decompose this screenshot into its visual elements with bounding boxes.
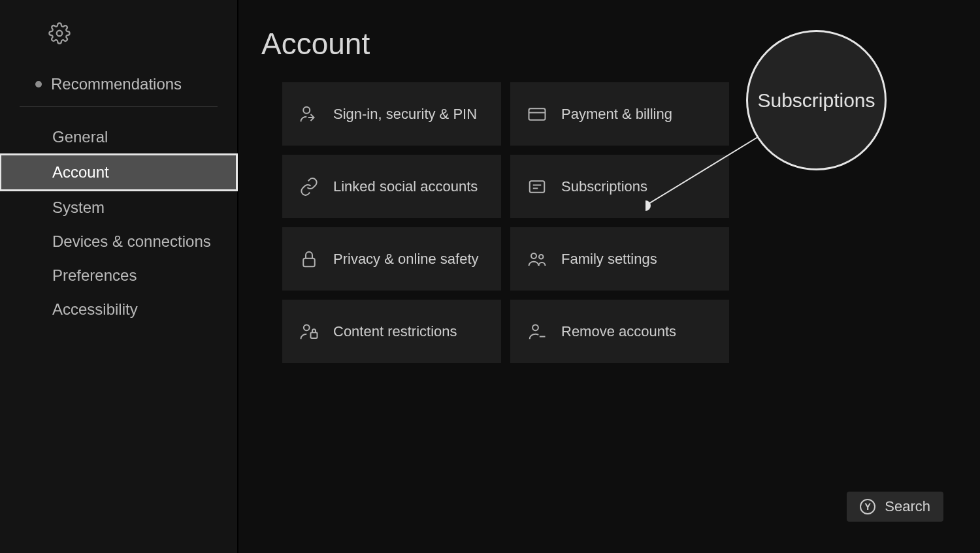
recommendations-label: Recommendations xyxy=(51,75,182,93)
sidebar-nav-list: General Account System Devices & connect… xyxy=(0,120,237,326)
sidebar: Recommendations General Account System D… xyxy=(0,0,238,553)
search-button[interactable]: Y Search xyxy=(847,492,943,522)
page-title: Account xyxy=(261,26,980,61)
person-arrow-icon xyxy=(299,104,319,124)
tile-label: Sign-in, security & PIN xyxy=(333,106,477,123)
link-icon xyxy=(299,177,319,197)
tile-label: Payment & billing xyxy=(561,106,672,123)
sidebar-item-label: Account xyxy=(52,163,109,182)
subscription-icon xyxy=(527,177,547,197)
sidebar-item-label: Devices & connections xyxy=(52,232,211,251)
settings-gear-row[interactable] xyxy=(0,0,237,69)
sidebar-item-devices[interactable]: Devices & connections xyxy=(0,225,237,259)
svg-point-10 xyxy=(304,324,310,330)
sidebar-item-accessibility[interactable]: Accessibility xyxy=(0,292,237,326)
sidebar-item-account[interactable]: Account xyxy=(0,154,237,191)
svg-line-14 xyxy=(645,134,763,206)
person-minus-icon xyxy=(527,322,547,341)
svg-point-15 xyxy=(645,200,651,211)
sidebar-item-label: System xyxy=(52,198,105,217)
tile-linked[interactable]: Linked social accounts xyxy=(282,155,501,218)
sidebar-item-preferences[interactable]: Preferences xyxy=(0,259,237,292)
tile-label: Subscriptions xyxy=(561,178,647,195)
sidebar-item-label: General xyxy=(52,128,108,146)
people-icon xyxy=(527,249,547,269)
gear-icon xyxy=(48,22,71,47)
zoom-label: Subscriptions xyxy=(757,89,875,112)
tile-label: Remove accounts xyxy=(561,323,676,340)
tile-label: Privacy & online safety xyxy=(333,251,479,268)
svg-rect-4 xyxy=(530,181,545,193)
svg-rect-11 xyxy=(311,332,318,338)
svg-point-12 xyxy=(532,324,538,330)
sidebar-item-label: Accessibility xyxy=(52,300,138,319)
tile-signin[interactable]: Sign-in, security & PIN xyxy=(282,82,501,146)
person-lock-icon xyxy=(299,322,319,341)
svg-rect-2 xyxy=(529,108,546,120)
dot-icon xyxy=(35,81,42,87)
search-label: Search xyxy=(885,498,930,515)
tile-label: Content restrictions xyxy=(333,323,457,340)
lock-icon xyxy=(299,249,319,269)
sidebar-item-system[interactable]: System xyxy=(0,191,237,225)
credit-card-icon xyxy=(527,104,547,124)
svg-point-9 xyxy=(539,255,544,259)
y-button-icon: Y xyxy=(860,499,875,514)
zoom-callout: Subscriptions xyxy=(746,30,887,170)
sidebar-item-general[interactable]: General xyxy=(0,120,237,154)
tile-remove[interactable]: Remove accounts xyxy=(510,300,729,363)
tile-content[interactable]: Content restrictions xyxy=(282,300,501,363)
svg-point-8 xyxy=(531,253,536,259)
sidebar-recommendations[interactable]: Recommendations xyxy=(20,69,218,107)
svg-point-1 xyxy=(303,106,310,113)
tile-label: Family settings xyxy=(561,251,657,268)
svg-rect-7 xyxy=(303,258,315,266)
tile-label: Linked social accounts xyxy=(333,178,478,195)
sidebar-item-label: Preferences xyxy=(52,266,137,285)
svg-point-0 xyxy=(57,30,63,36)
tile-privacy[interactable]: Privacy & online safety xyxy=(282,227,501,291)
tile-family[interactable]: Family settings xyxy=(510,227,729,291)
